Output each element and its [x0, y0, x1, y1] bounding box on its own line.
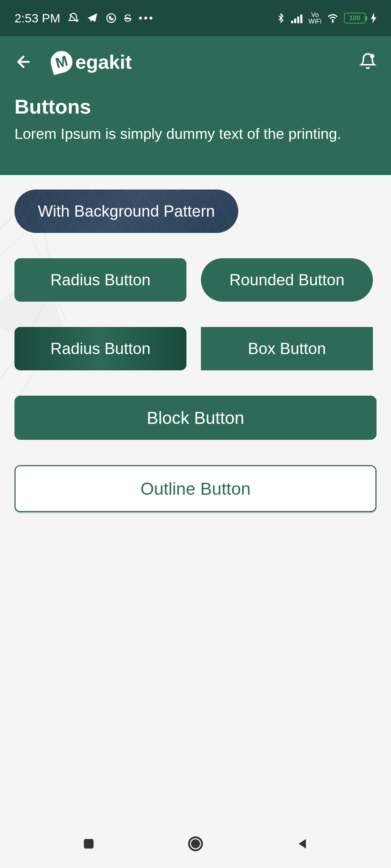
nav-home-button[interactable]: [187, 835, 204, 854]
radius-button-1-label: Radius Button: [50, 271, 150, 289]
wifi-icon: [327, 13, 339, 24]
nav-recent-button[interactable]: [81, 837, 96, 852]
svg-rect-1: [291, 21, 293, 23]
radius-button-2-label: Radius Button: [50, 340, 150, 358]
s-icon: S: [124, 12, 131, 24]
rounded-button-label: Rounded Button: [229, 271, 344, 289]
back-button[interactable]: [14, 53, 33, 71]
status-time: 2:53 PM: [14, 11, 60, 25]
svg-rect-2: [294, 18, 297, 23]
notification-button[interactable]: [359, 52, 377, 71]
outline-button[interactable]: Outline Button: [14, 465, 377, 512]
pattern-button[interactable]: With Background Pattern: [14, 190, 238, 233]
button-row-2: Radius Button Box Button: [14, 327, 377, 370]
svg-rect-7: [84, 839, 94, 849]
charging-icon: [371, 13, 377, 24]
nav-back-button[interactable]: [295, 837, 310, 852]
svg-point-0: [107, 14, 115, 22]
radius-button-2[interactable]: Radius Button: [14, 327, 186, 370]
button-row-1: Radius Button Rounded Button: [14, 258, 377, 302]
system-nav-bar: [0, 821, 391, 868]
content-area: With Background Pattern Radius Button Ro…: [0, 175, 391, 527]
page-title: Buttons: [14, 95, 377, 118]
telegram-icon: [87, 12, 98, 24]
bluetooth-icon: [276, 12, 286, 24]
header: M egakit Buttons Lorem Ipsum is simply d…: [0, 36, 391, 175]
pattern-button-label: With Background Pattern: [38, 202, 215, 220]
block-button-label: Block Button: [147, 408, 244, 428]
radius-button-1[interactable]: Radius Button: [14, 258, 186, 302]
svg-rect-3: [297, 17, 299, 23]
nav-row: M egakit: [14, 43, 377, 95]
box-button-label: Box Button: [248, 340, 326, 358]
battery-icon: 100: [344, 13, 366, 24]
svg-rect-4: [300, 14, 303, 23]
svg-point-5: [332, 21, 333, 22]
logo-m-icon: M: [48, 48, 75, 75]
vowifi-icon: VoWiFi: [308, 12, 321, 25]
dnd-icon: [68, 12, 79, 24]
status-right: VoWiFi 100: [276, 12, 377, 25]
status-left: 2:53 PM S •••: [14, 11, 154, 25]
box-button[interactable]: Box Button: [201, 327, 373, 370]
status-bar: 2:53 PM S ••• VoWiFi 100: [0, 0, 391, 36]
svg-point-9: [192, 840, 199, 847]
app-logo: M egakit: [51, 51, 132, 73]
app-name: egakit: [75, 51, 132, 73]
signal-icon: [291, 13, 303, 24]
nav-left: M egakit: [14, 51, 132, 73]
outline-button-label: Outline Button: [140, 479, 251, 499]
block-button[interactable]: Block Button: [14, 396, 377, 440]
whatsapp-icon: [105, 12, 117, 24]
page-subtitle: Lorem Ipsum is simply dummy text of the …: [14, 125, 377, 142]
rounded-button[interactable]: Rounded Button: [201, 258, 373, 302]
more-icon: •••: [139, 12, 155, 24]
svg-point-6: [371, 55, 374, 58]
